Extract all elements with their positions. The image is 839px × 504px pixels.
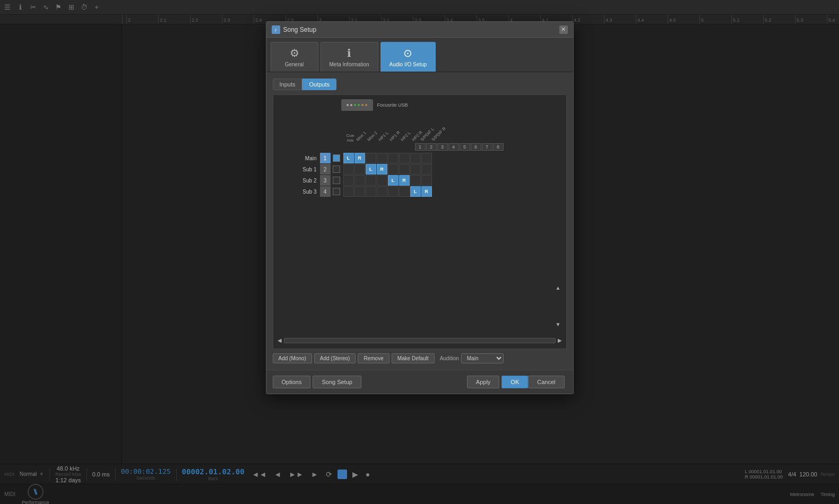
cell-sub2-7[interactable] (410, 175, 421, 186)
modal-overlay: ♪ Song Setup ✕ ⚙ General ℹ Meta Informat… (0, 0, 839, 504)
add-mono-button[interactable]: Add (Mono) (273, 353, 312, 363)
matrix-row-sub1: Sub 1 2 L R (278, 164, 562, 175)
matrix-row-sub2: Sub 2 3 L R (278, 175, 562, 186)
led-5 (361, 104, 364, 106)
col-headers: Cuemix Mon 1 Mon 2 HP1 L HP1 R (278, 114, 562, 143)
cue-mix-label: Cuemix (347, 133, 354, 143)
cell-sub2-2[interactable] (354, 175, 365, 186)
add-stereo-button[interactable]: Add (Stereo) (314, 353, 356, 363)
cell-sub2-3[interactable] (366, 175, 376, 186)
audition-label: Audition (440, 355, 459, 361)
cell-sub2-8[interactable] (421, 175, 432, 186)
cell-sub1-4[interactable]: R (377, 164, 387, 175)
cell-sub1-3[interactable]: L (366, 164, 376, 175)
apply-button[interactable]: Apply (467, 376, 500, 388)
cell-sub2-4[interactable] (377, 175, 387, 186)
col-header-spdifr: S/PDIF R (438, 114, 448, 143)
matrix-controls: Add (Mono) Add (Stereo) Remove Make Defa… (273, 349, 567, 363)
col-num-7: 7 (482, 143, 492, 151)
matrix-row-main: Main 1 L R (278, 153, 562, 163)
col-num-6: 6 (471, 143, 481, 151)
scroll-up-button[interactable]: ▲ (556, 285, 561, 291)
tab-outputs[interactable]: Outputs (302, 79, 336, 90)
cell-main-5[interactable] (388, 153, 399, 163)
row-number-main: 1 (320, 153, 331, 163)
make-default-button[interactable]: Make Default (392, 353, 435, 363)
cell-sub3-3[interactable] (366, 186, 376, 197)
scroll-right-button[interactable]: ▶ (558, 337, 562, 343)
cell-sub3-2[interactable] (354, 186, 365, 197)
dialog-footer: Options Song Setup Apply OK Cancel (266, 370, 573, 394)
cell-sub1-6[interactable] (399, 164, 410, 175)
cell-sub2-6[interactable]: R (399, 175, 410, 186)
cell-sub3-4[interactable] (377, 186, 387, 197)
row-number-sub2: 3 (320, 175, 331, 186)
cell-main-8[interactable] (421, 153, 432, 163)
audio-io-icon: ⊙ (403, 47, 412, 59)
row-name-sub2: Sub 2 (278, 178, 320, 184)
col-num-5: 5 (460, 143, 470, 151)
col-header-label: Mon 1 (356, 131, 367, 142)
gear-icon: ⚙ (290, 47, 299, 59)
dialog-close-button[interactable]: ✕ (559, 25, 568, 34)
cell-sub3-5[interactable] (388, 186, 399, 197)
cell-sub1-7[interactable] (410, 164, 421, 175)
col-num-8: 8 (493, 143, 504, 151)
song-setup-footer-button[interactable]: Song Setup (313, 376, 361, 388)
tab-bar: ⚙ General ℹ Meta Information ⊙ Audio I/O… (266, 38, 573, 72)
tab-general-label: General (285, 62, 304, 67)
cell-sub1-5[interactable] (388, 164, 399, 175)
row-name-main: Main (278, 155, 320, 161)
device-name-label: Focusrite USB (377, 102, 408, 108)
row-number-sub1: 2 (320, 164, 331, 175)
row-checkbox-main[interactable] (333, 154, 340, 162)
cell-main-1[interactable]: L (343, 153, 354, 163)
row-number-sub3: 4 (320, 186, 331, 197)
audition-dropdown[interactable]: Main (461, 353, 504, 363)
row-checkbox-sub3[interactable] (333, 188, 340, 195)
io-tabs: Inputs Outputs (273, 79, 567, 90)
tab-meta-label: Meta Information (330, 62, 369, 67)
scroll-down-button[interactable]: ▼ (556, 321, 561, 327)
cell-main-4[interactable] (377, 153, 387, 163)
cell-sub2-5[interactable]: L (388, 175, 399, 186)
tab-meta-information[interactable]: ℹ Meta Information (321, 42, 378, 72)
col-num-1: 1 (415, 143, 426, 151)
cancel-button[interactable]: Cancel (528, 376, 564, 388)
col-num-3: 3 (437, 143, 448, 151)
cell-sub3-6[interactable] (399, 186, 410, 197)
cell-sub3-7[interactable]: L (410, 186, 421, 197)
dialog-title: Song Setup (283, 26, 559, 33)
cell-main-6[interactable] (399, 153, 410, 163)
led-6 (365, 104, 367, 106)
col-num-4: 4 (448, 143, 459, 151)
tab-audio-label: Audio I/O Setup (390, 62, 427, 67)
remove-button[interactable]: Remove (358, 353, 389, 363)
row-checkbox-sub2[interactable] (333, 177, 340, 184)
led-2 (350, 104, 352, 106)
cell-main-3[interactable] (366, 153, 376, 163)
info-circle-icon: ℹ (347, 47, 351, 59)
row-name-sub3: Sub 3 (278, 189, 320, 195)
cell-sub1-8[interactable] (421, 164, 432, 175)
tab-audio-io-setup[interactable]: ⊙ Audio I/O Setup (380, 42, 436, 72)
cell-sub3-8[interactable]: R (421, 186, 432, 197)
tab-inputs[interactable]: Inputs (273, 79, 302, 90)
scroll-left-button[interactable]: ◀ (278, 337, 282, 343)
row-checkbox-sub1[interactable] (333, 166, 340, 173)
cell-sub2-1[interactable] (343, 175, 354, 186)
cell-main-2[interactable]: R (354, 153, 365, 163)
cell-sub1-2[interactable] (354, 164, 365, 175)
options-button[interactable]: Options (273, 376, 311, 388)
cell-sub3-1[interactable] (343, 186, 354, 197)
matrix-container: Focusrite USB Cuemix Mon 1 Mon 2 HP1 L (273, 94, 567, 349)
cell-main-7[interactable] (410, 153, 421, 163)
cell-sub1-1[interactable] (343, 164, 354, 175)
tab-general[interactable]: ⚙ General (271, 42, 318, 72)
dialog-title-bar: ♪ Song Setup ✕ (266, 22, 573, 38)
song-setup-dialog: ♪ Song Setup ✕ ⚙ General ℹ Meta Informat… (266, 21, 574, 394)
ok-button[interactable]: OK (501, 376, 528, 388)
led-1 (347, 104, 349, 106)
col-num-2: 2 (426, 143, 437, 151)
dialog-content: Inputs Outputs Focusrite USB (266, 72, 573, 370)
